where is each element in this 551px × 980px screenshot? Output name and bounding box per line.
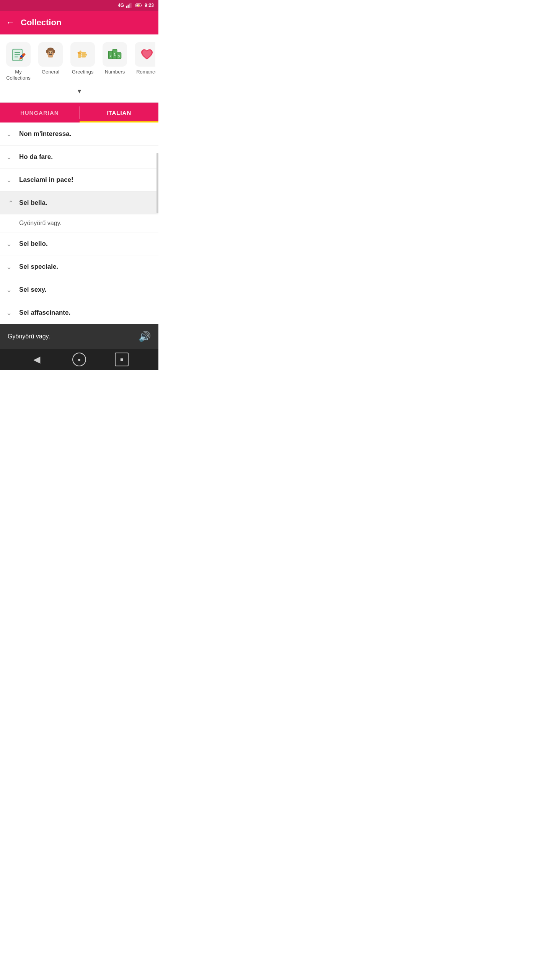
translation-text-phrase-4: Gyönyörű vagy.	[19, 220, 62, 226]
nav-back-button[interactable]: ◀	[30, 353, 44, 366]
phrase-list: ⌄Non m'interessa.⌄Ho da fare.⌄Lasciami i…	[0, 122, 158, 324]
phrase-chevron-phrase-4: ⌄	[6, 199, 14, 207]
category-icon-general	[38, 42, 63, 67]
svg-rect-6	[142, 5, 142, 6]
phrase-text-phrase-7: Sei sexy.	[19, 286, 47, 294]
time-label: 9:23	[145, 3, 154, 8]
phrase-row-phrase-8[interactable]: ⌄Sei affascinante.	[0, 301, 158, 324]
status-bar: 4G ⚡ 9:23	[0, 0, 158, 11]
category-section: My Collections General Greetings	[0, 34, 158, 103]
expand-arrow[interactable]: ▾	[3, 85, 155, 99]
svg-rect-32	[82, 56, 86, 57]
phrase-chevron-phrase-8: ⌄	[6, 309, 14, 317]
category-icon-my-collections	[6, 42, 31, 67]
category-item-my-collections[interactable]: My Collections	[3, 41, 34, 82]
scrollbar	[156, 153, 158, 213]
phrase-list-area[interactable]: ⌄Non m'interessa.⌄Ho da fare.⌄Lasciami i…	[0, 122, 158, 324]
phrase-chevron-phrase-1: ⌄	[6, 130, 14, 138]
category-row: My Collections General Greetings	[3, 41, 155, 85]
svg-text:3: 3	[118, 54, 120, 58]
phrase-row-phrase-6[interactable]: ⌄Sei speciale.	[0, 255, 158, 278]
svg-text:⚡: ⚡	[137, 4, 140, 7]
battery-icon: ⚡	[135, 3, 142, 8]
phrase-text-phrase-5: Sei bello.	[19, 240, 48, 248]
category-label-romance: Romance	[136, 69, 155, 75]
phrase-chevron-phrase-5: ⌄	[6, 240, 14, 248]
svg-point-23	[51, 53, 52, 54]
phrase-chevron-phrase-6: ⌄	[6, 263, 14, 271]
category-icon-numbers: 2 1 3	[103, 42, 127, 67]
svg-rect-1	[128, 5, 129, 8]
category-icon-greetings	[70, 42, 95, 67]
category-item-numbers[interactable]: 2 1 3 Numbers	[99, 41, 130, 82]
signal-icon	[126, 3, 133, 8]
phrase-chevron-phrase-3: ⌄	[6, 176, 14, 184]
phrase-chevron-phrase-2: ⌄	[6, 153, 14, 161]
phrase-row-phrase-5[interactable]: ⌄Sei bello.	[0, 232, 158, 255]
svg-text:1: 1	[114, 52, 116, 56]
category-item-greetings[interactable]: Greetings	[67, 41, 98, 82]
tab-bar: HUNGARIANITALIAN	[0, 103, 158, 122]
phrase-row-phrase-3[interactable]: ⌄Lasciami in pace!	[0, 168, 158, 191]
signal-label: 4G	[118, 3, 124, 8]
category-item-general[interactable]: General	[35, 41, 66, 82]
svg-point-26	[52, 50, 55, 54]
phrase-chevron-phrase-7: ⌄	[6, 286, 14, 294]
svg-rect-29	[80, 51, 82, 53]
svg-point-25	[46, 50, 49, 54]
phrase-text-phrase-3: Lasciami in pace!	[19, 176, 73, 184]
audio-bar: Gyönyörű vagy. 🔊	[0, 324, 158, 349]
nav-home-button[interactable]: ●	[72, 353, 86, 366]
phrase-text-phrase-2: Ho da fare.	[19, 153, 53, 161]
audio-icon[interactable]: 🔊	[139, 331, 151, 343]
tab-italian[interactable]: ITALIAN	[80, 103, 159, 122]
svg-rect-3	[130, 3, 132, 8]
category-label-greetings: Greetings	[72, 69, 93, 75]
svg-point-22	[49, 53, 50, 54]
category-label-general: General	[42, 69, 59, 75]
svg-rect-21	[48, 55, 53, 58]
phrase-text-phrase-8: Sei affascinante.	[19, 309, 70, 317]
tab-hungarian[interactable]: HUNGARIAN	[0, 103, 79, 122]
phrase-text-phrase-1: Non m'interessa.	[19, 130, 71, 138]
category-item-romance[interactable]: Romance	[132, 41, 155, 82]
nav-bar: ◀ ● ■	[0, 349, 158, 370]
svg-rect-30	[82, 54, 87, 56]
category-icon-romance	[135, 42, 155, 67]
audio-text: Gyönyörű vagy.	[8, 333, 50, 340]
app-bar: ← Collection	[0, 11, 158, 34]
back-button[interactable]: ←	[6, 18, 15, 28]
phrase-text-phrase-6: Sei speciale.	[19, 263, 58, 271]
category-label-numbers: Numbers	[105, 69, 125, 75]
phrase-row-phrase-4[interactable]: ⌄Sei bella.	[0, 191, 158, 214]
svg-rect-31	[82, 52, 86, 54]
phrase-row-phrase-7[interactable]: ⌄Sei sexy.	[0, 278, 158, 301]
svg-rect-2	[129, 4, 130, 8]
translation-row-phrase-4: Gyönyörű vagy.	[0, 214, 158, 232]
svg-rect-0	[126, 6, 127, 8]
svg-text:2: 2	[110, 54, 112, 58]
phrase-row-phrase-2[interactable]: ⌄Ho da fare.	[0, 145, 158, 168]
nav-recent-button[interactable]: ■	[115, 353, 129, 366]
phrase-row-phrase-1[interactable]: ⌄Non m'interessa.	[0, 122, 158, 145]
phrase-text-phrase-4: Sei bella.	[19, 199, 47, 207]
app-bar-title: Collection	[21, 18, 61, 28]
category-label-my-collections: My Collections	[5, 69, 32, 81]
